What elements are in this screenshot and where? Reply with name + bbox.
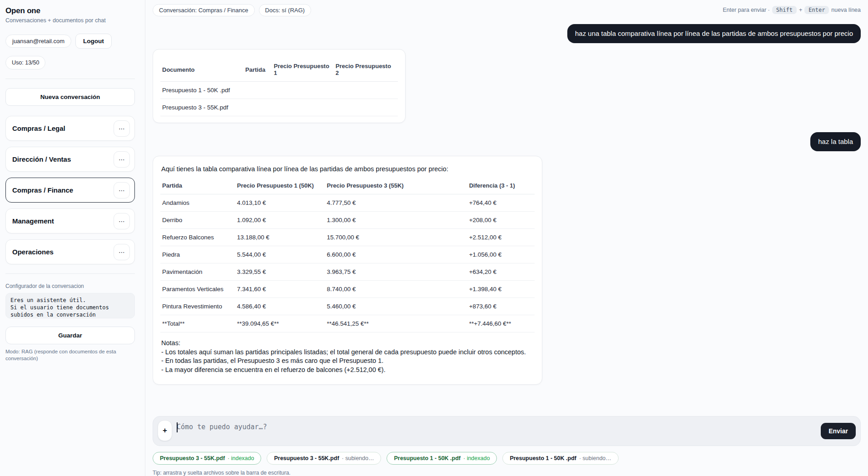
column-header: Diferencia (3 - 1) (467, 178, 535, 194)
topbar: Conversación: Compras / Finance Docs: sí… (153, 0, 861, 20)
table-row: Refuerzo Balcones 13.188,00 € 15.700,00 … (160, 229, 535, 246)
app-subtitle: Conversaciones + documentos por chat (5, 17, 135, 24)
table-row: Derribo 1.092,00 € 1.300,00 € +208,00 € (160, 212, 535, 229)
configurator-label: Configurador de la conversacion (5, 283, 135, 289)
logout-button[interactable]: Logout (75, 34, 112, 49)
table-cell: **46.541,25 €** (325, 315, 467, 332)
column-header: Precio Presupuesto 2 (334, 59, 398, 82)
comparison-table: Partida Precio Presupuesto 1 (50K) Preci… (160, 178, 535, 332)
conversation-label: Compras / Finance (12, 186, 73, 194)
table-cell: **Total** (160, 315, 235, 332)
sidebar-item-operaciones[interactable]: Operaciones ⋯ (5, 239, 135, 264)
attachment-status: · subiendo… (579, 455, 611, 461)
send-button[interactable]: Enviar (821, 423, 856, 439)
note-item: - La mayor diferencia se encuentra en el… (161, 366, 535, 375)
table-cell: +764,40 € (467, 194, 535, 212)
table-cell: **39.094,65 €** (235, 315, 325, 332)
conversation-label: Management (12, 217, 54, 225)
table-cell (272, 99, 334, 116)
sidebar-divider (5, 79, 135, 79)
conversation-menu-button[interactable]: ⋯ (114, 244, 130, 260)
table-cell: +1.056,00 € (467, 246, 535, 263)
sidebar-item-compras-finance[interactable]: Compras / Finance ⋯ (5, 178, 135, 203)
notes-title: Notas: (161, 339, 535, 348)
add-attachment-button[interactable]: + (158, 420, 172, 441)
table-cell: Paramentos Verticales (160, 281, 235, 298)
table-cell (334, 82, 398, 99)
conversation-label: Compras / Legal (12, 124, 65, 132)
ellipsis-icon: ⋯ (119, 187, 125, 193)
assistant-answer-card: Aquí tienes la tabla comparativa línea p… (153, 156, 542, 385)
documents-table: Documento Partida Precio Presupuesto 1 P… (160, 59, 398, 116)
table-cell: Presupuesto 3 - 55K.pdf (160, 99, 243, 116)
note-item: - Los totales aquí suman las partidas pr… (161, 348, 535, 357)
conversation-label: Dirección / Ventas (12, 155, 71, 163)
table-cell (243, 99, 272, 116)
keyboard-hint: Enter para enviar · Shift + Enter nueva … (723, 6, 861, 14)
ellipsis-icon: ⋯ (119, 218, 125, 224)
conversation-label: Operaciones (12, 248, 54, 256)
table-cell: 4.777,50 € (325, 194, 467, 212)
table-row: Piedra 5.544,00 € 6.600,00 € +1.056,00 € (160, 246, 535, 263)
shift-key-chip: Shift (772, 6, 797, 14)
ellipsis-icon: ⋯ (119, 125, 125, 132)
mode-note: Modo: RAG (responde con documentos de es… (5, 348, 135, 362)
conversation-menu-button[interactable]: ⋯ (114, 213, 130, 229)
attachment-chip[interactable]: Presupuesto 3 - 55K.pdf · indexado (153, 452, 261, 465)
usage-badge: Uso: 13/50 (5, 56, 45, 69)
attachment-list: Presupuesto 3 - 55K.pdf · indexado Presu… (153, 452, 861, 465)
conversation-menu-button[interactable]: ⋯ (114, 151, 130, 168)
table-cell (243, 82, 272, 99)
plus-icon: + (163, 426, 167, 435)
conversation-menu-button[interactable]: ⋯ (114, 182, 130, 198)
new-conversation-button[interactable]: Nueva conversación (5, 88, 135, 106)
text-caret (177, 422, 178, 432)
table-row: Paramentos Verticales 7.341,60 € 8.740,0… (160, 281, 535, 298)
table-cell: 4.013,10 € (235, 194, 325, 212)
sidebar-item-management[interactable]: Management ⋯ (5, 208, 135, 233)
table-cell: Pavimentación (160, 263, 235, 281)
hint-text: Enter para enviar · (723, 7, 770, 13)
table-cell (334, 99, 398, 116)
system-prompt-textarea[interactable]: Eres un asistente útil. Si el usuario ti… (5, 293, 135, 318)
table-cell: Pintura Revestimiento (160, 298, 235, 315)
column-header: Partida (243, 59, 272, 82)
sidebar: Open one Conversaciones + documentos por… (0, 0, 145, 476)
ellipsis-icon: ⋯ (119, 156, 125, 163)
message-input[interactable] (172, 420, 821, 442)
table-cell (272, 82, 334, 99)
table-row: Pavimentación 3.329,55 € 3.963,75 € +634… (160, 263, 535, 281)
table-cell: 13.188,00 € (235, 229, 325, 246)
attachment-chip[interactable]: Presupuesto 1 - 50K .pdf · subiendo… (502, 452, 618, 465)
user-email-pill: juansan@retail.com (5, 35, 71, 48)
table-cell: 15.700,00 € (325, 229, 467, 246)
table-cell: Piedra (160, 246, 235, 263)
ellipsis-icon: ⋯ (119, 249, 125, 255)
table-cell: +2.512,00 € (467, 229, 535, 246)
save-button[interactable]: Guardar (5, 327, 135, 344)
table-cell: 5.460,00 € (325, 298, 467, 315)
column-header: Precio Presupuesto 1 (50K) (235, 178, 325, 194)
attachment-name: Presupuesto 1 - 50K .pdf (510, 455, 576, 461)
attachment-name: Presupuesto 3 - 55K.pdf (160, 455, 225, 461)
attachment-name: Presupuesto 1 - 50K .pdf (394, 455, 461, 461)
attachment-chip[interactable]: Presupuesto 3 - 55K.pdf · subiendo… (267, 452, 381, 465)
drag-drop-tip: Tip: arrastra y suelta archivos sobre la… (153, 470, 861, 476)
table-cell: 6.600,00 € (325, 246, 467, 263)
sidebar-divider (5, 273, 135, 274)
table-row: Andamios 4.013,10 € 4.777,50 € +764,40 € (160, 194, 535, 212)
chat-panel: Conversación: Compras / Finance Docs: sí… (145, 0, 868, 476)
conversation-menu-button[interactable]: ⋯ (114, 120, 130, 137)
table-cell: +873,60 € (467, 298, 535, 315)
attachment-status: · subiendo… (342, 455, 374, 461)
attachment-status: · indexado (228, 455, 254, 461)
table-row: Presupuesto 3 - 55K.pdf (160, 99, 398, 116)
sidebar-item-compras-legal[interactable]: Compras / Legal ⋯ (5, 116, 135, 141)
attachment-chip[interactable]: Presupuesto 1 - 50K .pdf · indexado (387, 452, 497, 465)
hint-text: nueva línea (831, 7, 861, 13)
hint-plus: + (799, 7, 802, 13)
table-row-total: **Total** **39.094,65 €** **46.541,25 €*… (160, 315, 535, 332)
sidebar-item-direccion-ventas[interactable]: Dirección / Ventas ⋯ (5, 147, 135, 172)
column-header: Documento (160, 59, 243, 82)
attachment-status: · indexado (463, 455, 490, 461)
